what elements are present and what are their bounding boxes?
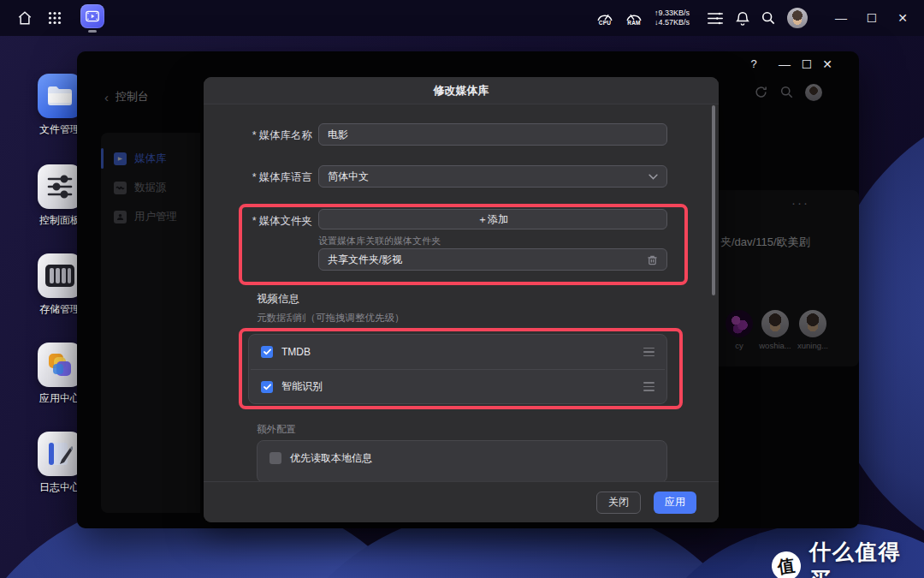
server-status-icon[interactable] xyxy=(707,11,724,26)
download-speed: ↓4.57KB/s xyxy=(654,18,690,27)
video-info-heading: 视频信息 xyxy=(257,292,299,307)
extra-config-heading: 额外配置 xyxy=(257,423,296,436)
field-label-name: *媒体库名称 xyxy=(204,128,312,143)
control-panel-icon xyxy=(38,164,82,209)
modal-title: 修改媒体库 xyxy=(204,77,719,104)
window-minimize-button[interactable]: — xyxy=(775,57,794,71)
home-icon[interactable] xyxy=(17,10,33,26)
prefer-local-info-checkbox[interactable] xyxy=(270,452,281,464)
cpu-label: CPU xyxy=(599,20,611,26)
close-button[interactable]: 关闭 xyxy=(596,492,641,514)
active-app-indicator xyxy=(88,30,97,33)
field-label-folder: *媒体文件夹 xyxy=(204,214,312,229)
library-language-select[interactable]: 简体中文 xyxy=(318,165,667,188)
apps-grid-icon[interactable] xyxy=(48,11,62,25)
desktop-close-button[interactable]: ✕ xyxy=(893,11,912,25)
folder-help-text: 设置媒体库关联的媒体文件夹 xyxy=(318,235,441,247)
apply-button[interactable]: 应用 xyxy=(654,492,696,514)
screen: CPU RAM ↑9.33KB/s ↓4.57KB/s — ☐ ✕ xyxy=(0,0,924,578)
upload-speed: ↑9.33KB/s xyxy=(654,9,690,18)
log-center-icon xyxy=(38,432,82,476)
search-icon[interactable] xyxy=(761,11,775,25)
folder-path-input[interactable]: 共享文件夹/影视 xyxy=(318,248,667,271)
drag-handle-icon[interactable] xyxy=(643,382,654,391)
ram-label: RAM xyxy=(627,20,640,26)
smart-recognition-checkbox[interactable] xyxy=(261,381,273,393)
user-avatar[interactable] xyxy=(787,8,808,28)
watermark-logo: 值 xyxy=(770,550,803,578)
field-label-language: *媒体库语言 xyxy=(204,170,312,185)
app-center-icon xyxy=(38,343,82,387)
scraper-row-tmdb: TMDB xyxy=(249,335,666,369)
delete-folder-icon[interactable] xyxy=(647,254,658,265)
desktop-minimize-button[interactable]: — xyxy=(832,11,850,25)
scraper-label: TMDB xyxy=(281,346,311,358)
library-name-input[interactable]: 电影 xyxy=(318,123,667,146)
scraper-label: 智能识别 xyxy=(281,379,323,394)
extra-option-row: 优先读取本地信息 xyxy=(258,441,666,475)
file-manager-icon xyxy=(38,74,82,118)
modal-scrollbar[interactable] xyxy=(712,105,715,295)
window-help-button[interactable]: ? xyxy=(744,57,763,70)
scraper-row-smart: 智能识别 xyxy=(249,370,666,403)
storage-manager-icon xyxy=(38,253,82,298)
scraper-hint: 元数据刮削（可拖拽调整优先级） xyxy=(257,312,405,325)
window-maximize-button[interactable]: ☐ xyxy=(797,57,816,71)
extra-option-label: 优先读取本地信息 xyxy=(290,451,372,466)
video-app-taskbar-icon[interactable] xyxy=(80,4,104,28)
cpu-gauge-icon[interactable]: CPU xyxy=(596,10,613,26)
extra-config-panel: 优先读取本地信息 xyxy=(257,440,667,483)
drag-handle-icon[interactable] xyxy=(643,348,654,357)
modal-footer: 关闭 应用 xyxy=(204,481,719,522)
desktop-maximize-button[interactable]: ☐ xyxy=(862,11,881,25)
chevron-down-icon xyxy=(649,170,658,182)
add-folder-button[interactable]: ＋添加 xyxy=(318,209,667,229)
taskbar: CPU RAM ↑9.33KB/s ↓4.57KB/s — ☐ ✕ xyxy=(0,0,924,36)
scraper-list-panel: TMDB 智能识别 xyxy=(248,334,667,404)
ram-gauge-icon[interactable]: RAM xyxy=(625,10,643,26)
watermark: 值 什么值得买 xyxy=(772,538,924,578)
network-speed: ↑9.33KB/s ↓4.57KB/s xyxy=(654,9,690,27)
notifications-bell-icon[interactable] xyxy=(736,11,749,26)
tmdb-checkbox[interactable] xyxy=(261,346,273,358)
watermark-text: 什么值得买 xyxy=(809,538,924,578)
edit-media-library-modal: 修改媒体库 *媒体库名称 电影 *媒体库语言 简体中文 *媒体文件夹 ＋添加 设… xyxy=(204,77,719,522)
window-close-button[interactable]: ✕ xyxy=(818,57,837,71)
